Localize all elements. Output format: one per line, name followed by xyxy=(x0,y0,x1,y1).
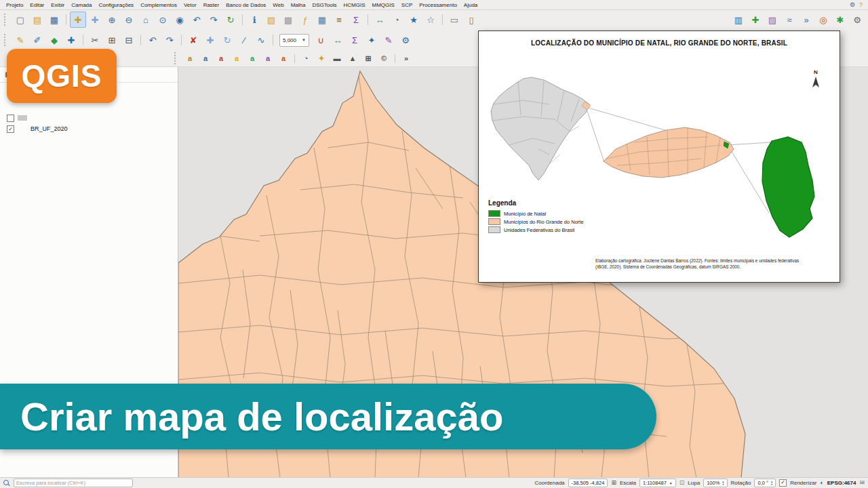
add-raster-layer-icon[interactable]: ▨ xyxy=(764,12,781,28)
coordinate-value[interactable]: -38,505 -4,824 xyxy=(568,479,608,487)
paste-features-icon[interactable]: ⊟ xyxy=(121,32,137,48)
menu-item[interactable]: Processamento xyxy=(416,1,460,9)
change-label-icon[interactable]: a xyxy=(276,52,291,66)
copy-features-icon[interactable]: ⊞ xyxy=(104,32,120,48)
vertex-tool-icon[interactable]: ✚ xyxy=(63,32,79,48)
plugins-icon[interactable]: ✱ xyxy=(832,12,848,28)
spinner-arrows-icon[interactable]: ▴▾ xyxy=(771,481,772,486)
menu-item[interactable]: Complementos xyxy=(137,1,180,9)
measure-line-icon[interactable]: ↔ xyxy=(372,12,388,28)
zoom-next-icon[interactable]: ↷ xyxy=(205,12,222,28)
options-icon[interactable]: ⚙ xyxy=(849,12,865,28)
deselect-features-icon[interactable]: ▩ xyxy=(280,12,296,28)
copyright-decoration-icon[interactable]: © xyxy=(376,52,391,66)
toolbar-overflow-icon[interactable]: » xyxy=(399,52,414,66)
layer-labeling-icon[interactable]: a xyxy=(182,52,197,66)
processing-toolbox-icon[interactable]: ⚙ xyxy=(397,32,414,48)
rotate-label-icon[interactable]: a xyxy=(260,52,275,66)
move-features-icon[interactable]: ✚ xyxy=(202,32,218,48)
save-edits-icon[interactable]: ✐ xyxy=(29,32,45,48)
scale-combo[interactable]: 5,000 ▼ xyxy=(279,34,309,47)
labeling-options-icon[interactable]: a xyxy=(198,52,213,66)
refresh-map-icon[interactable]: ↻ xyxy=(222,12,239,28)
move-label-icon[interactable]: a xyxy=(245,52,260,66)
menu-item[interactable]: Ajuda xyxy=(460,1,481,9)
layer-item[interactable]: ✓ BR_UF_2020 xyxy=(7,123,174,134)
new-project-icon[interactable]: ▢ xyxy=(12,12,28,28)
zoom-out-icon[interactable]: ⊖ xyxy=(121,12,137,28)
new-print-layout-icon[interactable]: ▭ xyxy=(446,12,462,28)
lock-scale-icon[interactable]: ⊡ xyxy=(679,480,685,486)
toolbar-grip[interactable] xyxy=(4,34,9,46)
crs-value[interactable]: EPSG:4674 xyxy=(827,480,856,486)
statistics-icon[interactable]: Σ xyxy=(348,12,364,28)
select-by-expression-icon[interactable]: ƒ xyxy=(297,12,313,28)
undo-icon[interactable]: ↶ xyxy=(144,32,161,48)
redo-icon[interactable]: ↷ xyxy=(161,32,178,48)
decorations-icon[interactable]: ✦ xyxy=(314,52,329,66)
cut-features-icon[interactable]: ✂ xyxy=(87,32,103,48)
zoom-last-icon[interactable]: ↶ xyxy=(189,12,205,28)
add-delimited-text-icon[interactable]: ≈ xyxy=(781,12,797,28)
crs-globe-icon[interactable]: ◐ xyxy=(820,480,823,486)
menu-item[interactable]: Raster xyxy=(200,1,223,9)
menu-item[interactable]: Camada xyxy=(68,1,95,9)
map-tips-icon[interactable]: ✦ xyxy=(363,32,380,48)
new-bookmark-icon[interactable]: ★ xyxy=(406,12,422,28)
text-annotation-icon[interactable]: ✎ xyxy=(380,32,397,48)
gear-icon[interactable]: ⚙ xyxy=(850,2,855,8)
data-source-manager-icon[interactable]: ▥ xyxy=(730,12,747,28)
render-checkbox[interactable]: ✓ xyxy=(779,479,787,487)
help-icon[interactable]: ? xyxy=(859,2,863,8)
toggle-editing-icon[interactable]: ✎ xyxy=(12,32,28,48)
rotation-spinner[interactable]: 0,0 ° ▴▾ xyxy=(754,479,776,487)
menu-item[interactable]: HCMGIS xyxy=(340,1,368,9)
menu-item[interactable]: Banco de Dados xyxy=(222,1,269,9)
zoom-in-icon[interactable]: ⊕ xyxy=(104,12,120,28)
temporal-controller-icon[interactable]: ◔ xyxy=(389,12,405,28)
grid-decoration-icon[interactable]: ⊞ xyxy=(361,52,376,66)
pin-labels-icon[interactable]: a xyxy=(214,52,229,66)
add-vector-layer-icon[interactable]: ✚ xyxy=(747,12,764,28)
open-project-icon[interactable]: ▤ xyxy=(29,12,45,28)
python-console-icon[interactable]: » xyxy=(798,12,814,28)
pan-to-selection-icon[interactable]: ✚ xyxy=(87,12,103,28)
rotate-features-icon[interactable]: ↻ xyxy=(219,32,235,48)
identify-features-icon[interactable]: ℹ xyxy=(246,12,262,28)
add-feature-icon[interactable]: ◆ xyxy=(46,32,62,48)
menu-item[interactable]: Web xyxy=(269,1,287,9)
statistics-summary-icon[interactable]: Σ xyxy=(347,32,363,48)
split-features-icon[interactable]: ∕ xyxy=(236,32,252,48)
zoom-full-icon[interactable]: ⌂ xyxy=(138,12,154,28)
pan-map-icon[interactable]: ✚ xyxy=(70,12,86,28)
snapping-icon[interactable]: ∪ xyxy=(313,32,329,48)
layer-checkbox[interactable]: ✓ xyxy=(7,125,14,133)
menu-item[interactable]: DSGTools xyxy=(309,1,340,9)
menu-item[interactable]: Projeto xyxy=(3,1,26,9)
north-arrow-decoration-icon[interactable]: ▲ xyxy=(345,52,360,66)
menu-item[interactable]: Editar xyxy=(26,1,47,9)
show-bookmarks-icon[interactable]: ☆ xyxy=(422,12,439,28)
extents-icon[interactable]: ⊞ xyxy=(611,480,616,486)
layout-manager-icon[interactable]: ▯ xyxy=(463,12,479,28)
scale-select[interactable]: 1:1108487 ▼ xyxy=(639,479,676,487)
menu-item[interactable]: Vetor xyxy=(180,1,200,9)
metasearch-icon[interactable]: ◎ xyxy=(815,12,831,28)
toolbar-grip[interactable] xyxy=(4,14,9,26)
attribute-table-icon[interactable]: ▦ xyxy=(314,12,330,28)
layer-item[interactable]: ✓ xyxy=(7,113,174,123)
menu-item[interactable]: MMQGIS xyxy=(368,1,397,9)
menu-item[interactable]: Exibir xyxy=(47,1,68,9)
select-features-icon[interactable]: ▧ xyxy=(263,12,279,28)
menu-item[interactable]: Malha xyxy=(288,1,309,9)
locator-input[interactable] xyxy=(14,479,133,487)
spinner-arrows-icon[interactable]: ▴▾ xyxy=(722,481,724,486)
toolbar-grip[interactable] xyxy=(174,52,179,64)
menu-item[interactable]: Configurações xyxy=(96,1,138,9)
layer-checkbox[interactable]: ✓ xyxy=(7,115,14,122)
delete-selected-icon[interactable]: ✘ xyxy=(185,32,201,48)
save-project-icon[interactable]: ▦ xyxy=(46,12,62,28)
magnifier-spinner[interactable]: 100% ▴▾ xyxy=(703,479,727,487)
menu-item[interactable]: SCP xyxy=(398,1,416,9)
messages-icon[interactable]: ✉ xyxy=(859,480,865,486)
